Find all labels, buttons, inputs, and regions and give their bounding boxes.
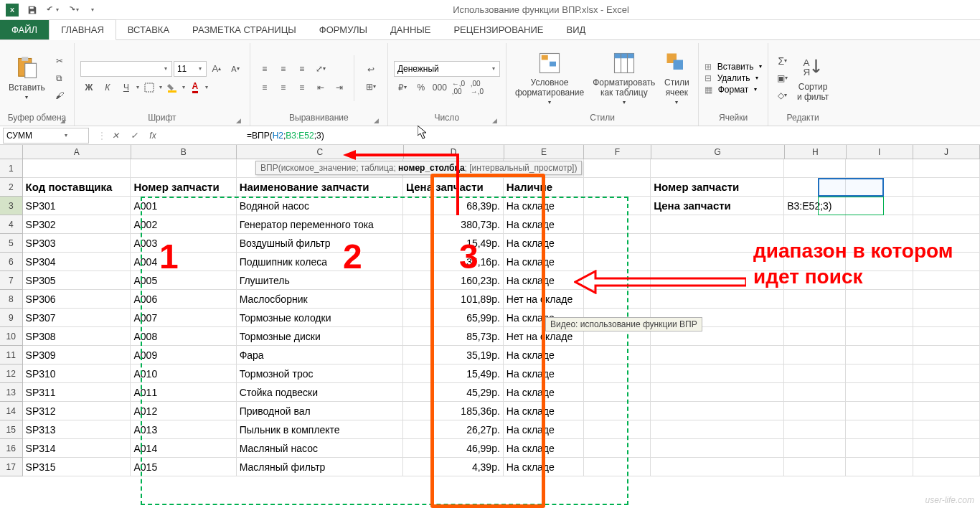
cell[interactable] xyxy=(846,420,913,439)
wrap-text-icon[interactable]: ↩ xyxy=(360,62,382,77)
cell[interactable]: A015 xyxy=(131,458,236,476)
number-format-combo[interactable]: ▾ xyxy=(394,61,500,77)
cell[interactable] xyxy=(784,458,846,476)
cell[interactable] xyxy=(913,234,980,253)
cell[interactable]: SP305 xyxy=(23,271,131,290)
cell[interactable]: Маслосборник xyxy=(237,290,403,309)
cell[interactable] xyxy=(913,364,980,383)
col-header-F[interactable]: F xyxy=(584,145,651,159)
enter-formula-icon[interactable]: ✓ xyxy=(125,128,143,144)
cell[interactable] xyxy=(846,215,913,234)
cell[interactable]: Глушитель xyxy=(237,271,403,290)
cell[interactable] xyxy=(584,439,651,458)
col-header-B[interactable]: B xyxy=(131,145,237,159)
cell[interactable] xyxy=(913,346,980,364)
percent-format-icon[interactable]: % xyxy=(413,80,430,95)
cell[interactable]: SP307 xyxy=(23,309,131,327)
cell[interactable]: SP311 xyxy=(23,383,131,402)
tab-view[interactable]: ВИД xyxy=(555,20,597,39)
delete-cells-button[interactable]: ⊟ Удалить ▾ xyxy=(705,73,762,83)
indent-decrease-icon[interactable]: ⇤ xyxy=(312,80,329,95)
cell[interactable] xyxy=(784,159,846,178)
cell[interactable] xyxy=(913,197,980,215)
col-header-A[interactable]: A xyxy=(23,145,131,159)
formula-input[interactable] xyxy=(168,128,980,144)
row-header[interactable]: 11 xyxy=(0,346,23,364)
cell[interactable]: На складе xyxy=(504,458,584,476)
cell[interactable]: На складе xyxy=(504,402,584,420)
col-header-C[interactable]: C xyxy=(237,145,404,159)
cell[interactable]: Масляный фильтр xyxy=(237,458,403,476)
cell-styles-button[interactable]: Стили ячеек▾ xyxy=(661,49,692,107)
cut-icon[interactable]: ✂ xyxy=(51,53,68,69)
name-box[interactable]: СУММ▾ xyxy=(3,128,89,144)
cell[interactable]: На складе xyxy=(504,383,584,402)
tab-file[interactable]: ФАЙЛ xyxy=(0,20,49,39)
cell[interactable]: 65,99р. xyxy=(403,309,504,327)
cell[interactable] xyxy=(846,178,913,197)
cell[interactable]: На складе xyxy=(504,215,584,234)
save-icon[interactable] xyxy=(23,2,42,18)
cell[interactable] xyxy=(846,439,913,458)
cell[interactable]: A002 xyxy=(131,215,236,234)
cell[interactable] xyxy=(784,178,846,197)
row-header[interactable]: 1 xyxy=(0,159,23,178)
cell[interactable] xyxy=(651,458,784,476)
cell[interactable]: A010 xyxy=(131,364,236,383)
cell[interactable]: A014 xyxy=(131,439,236,458)
insert-cells-button[interactable]: ⊞ Вставить ▾ xyxy=(705,62,762,72)
cell[interactable] xyxy=(846,197,913,215)
cell[interactable]: Водяной насос xyxy=(237,197,403,215)
align-right-icon[interactable]: ≡ xyxy=(293,80,311,95)
cell[interactable] xyxy=(651,402,784,420)
tab-review[interactable]: РЕЦЕНЗИРОВАНИЕ xyxy=(442,20,555,39)
cell[interactable] xyxy=(584,215,651,234)
cell[interactable]: SP313 xyxy=(23,420,131,439)
cell[interactable] xyxy=(846,383,913,402)
cell[interactable] xyxy=(584,178,651,197)
cell[interactable] xyxy=(784,327,846,346)
cell[interactable]: A013 xyxy=(131,420,236,439)
tab-formulas[interactable]: ФОРМУЛЫ xyxy=(308,20,379,39)
orientation-icon[interactable]: ⤢▾ xyxy=(312,61,329,77)
border-icon[interactable] xyxy=(141,80,158,95)
font-name-combo[interactable]: ▾ xyxy=(80,61,172,77)
cell[interactable]: SP315 xyxy=(23,458,131,476)
col-header-G[interactable]: G xyxy=(651,145,785,159)
cell[interactable] xyxy=(913,178,980,197)
align-left-icon[interactable]: ≡ xyxy=(256,80,273,95)
cell[interactable]: SP303 xyxy=(23,234,131,253)
cell[interactable]: На складе xyxy=(504,234,584,253)
cell[interactable] xyxy=(584,402,651,420)
cell[interactable] xyxy=(584,271,651,290)
row-header[interactable]: 9 xyxy=(0,309,23,327)
comma-format-icon[interactable]: 000 xyxy=(431,80,448,95)
cell[interactable] xyxy=(846,364,913,383)
cell[interactable]: Генератор переменного тока xyxy=(237,215,403,234)
cell[interactable] xyxy=(913,253,980,271)
decrease-decimal-icon[interactable]: ,00→,0 xyxy=(468,80,486,95)
cell[interactable]: Тормозные колодки xyxy=(237,309,403,327)
cell[interactable]: A003 xyxy=(131,234,236,253)
cell[interactable]: Тормозной трос xyxy=(237,364,403,383)
cell[interactable] xyxy=(651,234,784,253)
cell[interactable] xyxy=(784,253,846,271)
cell[interactable]: Код поставщика xyxy=(23,178,131,197)
cell[interactable] xyxy=(651,420,784,439)
cell[interactable]: На складе xyxy=(504,197,584,215)
launcher-icon[interactable]: ◢ xyxy=(372,116,382,126)
cell[interactable]: SP304 xyxy=(23,253,131,271)
cancel-formula-icon[interactable]: ✕ xyxy=(106,128,125,144)
fill-color-icon[interactable] xyxy=(164,80,181,95)
cell[interactable]: 45,29р. xyxy=(403,383,504,402)
cell[interactable] xyxy=(651,364,784,383)
app-icon[interactable]: X xyxy=(3,2,22,18)
cell[interactable] xyxy=(846,346,913,364)
cell[interactable]: SP306 xyxy=(23,290,131,309)
cell[interactable]: На складе xyxy=(504,253,584,271)
cell[interactable]: Цена запчасти xyxy=(651,197,784,215)
cell[interactable] xyxy=(913,327,980,346)
row-header[interactable]: 7 xyxy=(0,271,23,290)
cell[interactable]: Фара xyxy=(237,346,403,364)
cell[interactable] xyxy=(784,309,846,327)
